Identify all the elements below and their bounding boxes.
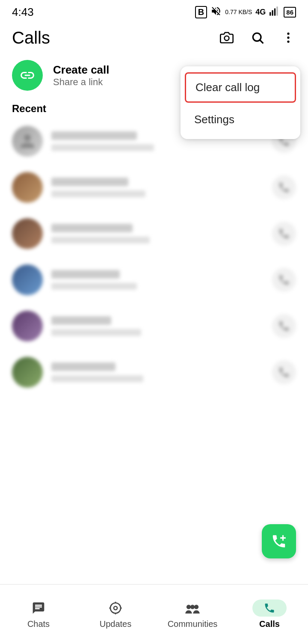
dropdown-menu: Clear call log Settings	[181, 66, 300, 139]
b-icon: B	[195, 6, 207, 18]
call-item[interactable]	[0, 164, 308, 211]
clear-call-log-item[interactable]: Clear call log	[185, 72, 296, 103]
svg-point-5	[253, 33, 261, 41]
search-button[interactable]	[248, 28, 267, 47]
chats-icon	[27, 599, 50, 617]
call-item[interactable]	[0, 303, 308, 349]
data-speed: 0.77 KB/S	[225, 8, 252, 16]
page-title: Calls	[12, 28, 50, 47]
svg-point-9	[287, 41, 289, 43]
svg-point-16	[187, 605, 191, 609]
chats-label: Chats	[27, 619, 50, 629]
call-item[interactable]	[0, 211, 308, 257]
svg-point-18	[190, 605, 195, 609]
svg-line-6	[260, 40, 263, 43]
communities-label: Communities	[168, 619, 218, 629]
updates-icon	[104, 599, 127, 617]
svg-point-17	[194, 605, 198, 609]
call-item[interactable]	[0, 349, 308, 395]
bottom-navigation: Chats Updates Communities	[0, 584, 308, 644]
svg-point-8	[287, 36, 289, 39]
svg-rect-2	[274, 8, 275, 15]
status-time: 4:43	[12, 6, 34, 19]
call-info	[51, 178, 264, 197]
contact-avatar	[12, 218, 43, 249]
contact-avatar	[12, 172, 43, 203]
mute-icon	[210, 6, 222, 19]
network-icon: 4G	[255, 8, 266, 17]
calls-label: Calls	[259, 619, 280, 629]
updates-label: Updates	[100, 619, 132, 629]
signal-icon	[269, 6, 280, 19]
svg-point-10	[110, 603, 121, 613]
call-back-button[interactable]	[272, 314, 296, 338]
contact-avatar	[12, 126, 43, 157]
svg-point-7	[287, 33, 289, 35]
call-back-button[interactable]	[272, 268, 296, 292]
status-icons: B 0.77 KB/S 4G 86	[195, 6, 296, 19]
call-back-button[interactable]	[272, 222, 296, 246]
calls-icon	[252, 599, 287, 617]
call-back-button[interactable]	[272, 175, 296, 199]
contact-avatar	[12, 357, 43, 388]
nav-chats[interactable]: Chats	[0, 595, 77, 633]
create-call-avatar	[12, 60, 43, 91]
communities-icon	[181, 599, 204, 617]
new-call-fab[interactable]	[262, 524, 296, 558]
call-info	[51, 270, 264, 290]
camera-button[interactable]	[217, 28, 236, 47]
create-call-text: Create call Share a link	[53, 63, 110, 88]
app-bar-actions	[217, 28, 298, 47]
battery-indicator: 86	[284, 7, 296, 18]
settings-item[interactable]: Settings	[181, 104, 300, 135]
call-info	[51, 362, 264, 382]
app-bar: Calls	[0, 22, 308, 53]
more-menu-button[interactable]	[279, 28, 298, 47]
svg-rect-0	[270, 12, 271, 16]
nav-calls[interactable]: Calls	[231, 595, 308, 633]
svg-rect-3	[277, 6, 278, 16]
call-item[interactable]	[0, 257, 308, 303]
nav-communities[interactable]: Communities	[154, 595, 231, 633]
call-list	[0, 118, 308, 395]
nav-updates[interactable]: Updates	[77, 595, 154, 633]
svg-point-4	[225, 36, 229, 41]
contact-avatar	[12, 311, 43, 341]
svg-point-11	[114, 606, 117, 610]
call-info	[51, 316, 264, 336]
status-bar: 4:43 B 0.77 KB/S 4G 86	[0, 0, 308, 22]
call-back-button[interactable]	[272, 360, 296, 384]
svg-rect-1	[272, 10, 273, 15]
contact-avatar	[12, 264, 43, 295]
call-info	[51, 224, 264, 243]
